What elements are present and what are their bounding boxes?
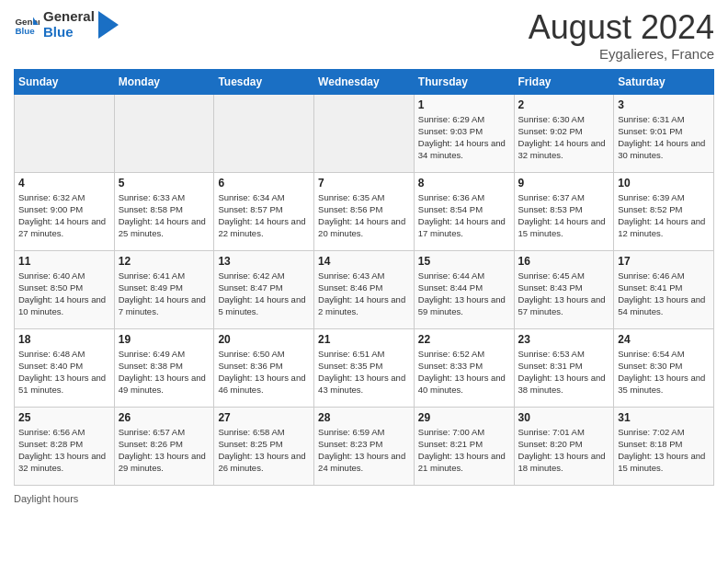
calendar-week-row: 4Sunrise: 6:32 AM Sunset: 9:00 PM Daylig… xyxy=(15,172,714,250)
calendar-cell xyxy=(15,94,115,172)
day-info: Sunrise: 6:49 AM Sunset: 8:38 PM Dayligh… xyxy=(119,348,210,396)
day-number: 16 xyxy=(518,255,610,268)
day-number: 3 xyxy=(618,98,710,111)
day-number: 17 xyxy=(618,255,710,268)
day-number: 9 xyxy=(518,177,610,190)
day-info: Sunrise: 6:39 AM Sunset: 8:52 PM Dayligh… xyxy=(618,191,710,240)
day-info: Sunrise: 6:41 AM Sunset: 8:49 PM Dayligh… xyxy=(119,270,210,318)
day-info: Sunrise: 6:45 AM Sunset: 8:43 PM Dayligh… xyxy=(518,270,610,318)
day-number: 21 xyxy=(318,333,410,346)
calendar-cell: 22Sunrise: 6:52 AM Sunset: 8:33 PM Dayli… xyxy=(414,328,514,407)
month-year-title: August 2024 xyxy=(529,9,714,46)
day-info: Sunrise: 6:58 AM Sunset: 8:25 PM Dayligh… xyxy=(218,426,310,475)
day-info: Sunrise: 6:31 AM Sunset: 9:01 PM Dayligh… xyxy=(618,113,710,162)
calendar-cell: 17Sunrise: 6:46 AM Sunset: 8:41 PM Dayli… xyxy=(614,250,714,328)
calendar-cell: 10Sunrise: 6:39 AM Sunset: 8:52 PM Dayli… xyxy=(614,172,714,250)
logo-blue: Blue xyxy=(43,25,95,40)
day-info: Sunrise: 7:01 AM Sunset: 8:20 PM Dayligh… xyxy=(518,426,610,475)
calendar-cell xyxy=(314,94,415,172)
calendar-day-header: Wednesday xyxy=(314,69,415,94)
day-number: 22 xyxy=(418,333,510,346)
calendar-cell: 27Sunrise: 6:58 AM Sunset: 8:25 PM Dayli… xyxy=(214,407,314,485)
calendar-day-header: Thursday xyxy=(414,69,514,94)
day-number: 15 xyxy=(418,255,510,268)
day-number: 13 xyxy=(218,255,310,268)
calendar-cell: 16Sunrise: 6:45 AM Sunset: 8:43 PM Dayli… xyxy=(514,250,614,328)
calendar-cell xyxy=(114,94,214,172)
day-number: 18 xyxy=(18,333,110,346)
calendar-cell: 24Sunrise: 6:54 AM Sunset: 8:30 PM Dayli… xyxy=(614,328,714,407)
page-header: General Blue General Blue August 2024 Ey… xyxy=(14,9,714,62)
calendar-cell: 25Sunrise: 6:56 AM Sunset: 8:28 PM Dayli… xyxy=(15,407,115,485)
day-info: Sunrise: 6:40 AM Sunset: 8:50 PM Dayligh… xyxy=(18,270,110,318)
day-info: Sunrise: 6:35 AM Sunset: 8:56 PM Dayligh… xyxy=(318,191,410,240)
day-info: Sunrise: 6:57 AM Sunset: 8:26 PM Dayligh… xyxy=(119,426,210,475)
day-number: 4 xyxy=(18,177,110,190)
calendar-cell: 3Sunrise: 6:31 AM Sunset: 9:01 PM Daylig… xyxy=(614,94,714,172)
calendar-cell: 11Sunrise: 6:40 AM Sunset: 8:50 PM Dayli… xyxy=(15,250,115,328)
day-info: Sunrise: 6:43 AM Sunset: 8:46 PM Dayligh… xyxy=(318,270,410,318)
calendar-cell: 1Sunrise: 6:29 AM Sunset: 9:03 PM Daylig… xyxy=(414,94,514,172)
day-number: 2 xyxy=(518,98,610,111)
svg-text:Blue: Blue xyxy=(15,25,35,35)
logo-chevron-icon xyxy=(98,11,119,39)
day-number: 10 xyxy=(618,177,710,190)
day-info: Sunrise: 6:54 AM Sunset: 8:30 PM Dayligh… xyxy=(618,348,710,396)
day-info: Sunrise: 6:59 AM Sunset: 8:23 PM Dayligh… xyxy=(318,426,410,475)
calendar-day-header: Tuesday xyxy=(214,69,314,94)
day-info: Sunrise: 6:37 AM Sunset: 8:53 PM Dayligh… xyxy=(518,191,610,240)
day-number: 7 xyxy=(318,177,410,190)
day-number: 25 xyxy=(18,411,110,424)
day-info: Sunrise: 7:00 AM Sunset: 8:21 PM Dayligh… xyxy=(418,426,510,475)
day-info: Sunrise: 6:52 AM Sunset: 8:33 PM Dayligh… xyxy=(418,348,510,396)
logo: General Blue General Blue xyxy=(14,9,119,40)
calendar-cell: 15Sunrise: 6:44 AM Sunset: 8:44 PM Dayli… xyxy=(414,250,514,328)
day-number: 14 xyxy=(318,255,410,268)
day-info: Sunrise: 6:44 AM Sunset: 8:44 PM Dayligh… xyxy=(418,270,510,318)
day-info: Sunrise: 6:33 AM Sunset: 8:58 PM Dayligh… xyxy=(119,191,210,240)
day-number: 28 xyxy=(318,411,410,424)
title-area: August 2024 Eygalieres, France xyxy=(529,9,714,62)
calendar-cell: 9Sunrise: 6:37 AM Sunset: 8:53 PM Daylig… xyxy=(514,172,614,250)
calendar-day-header: Saturday xyxy=(614,69,714,94)
day-number: 24 xyxy=(618,333,710,346)
calendar-cell: 2Sunrise: 6:30 AM Sunset: 9:02 PM Daylig… xyxy=(514,94,614,172)
calendar-cell: 6Sunrise: 6:34 AM Sunset: 8:57 PM Daylig… xyxy=(214,172,314,250)
day-number: 8 xyxy=(418,177,510,190)
calendar-cell: 19Sunrise: 6:49 AM Sunset: 8:38 PM Dayli… xyxy=(114,328,214,407)
day-number: 19 xyxy=(119,333,210,346)
day-info: Sunrise: 6:36 AM Sunset: 8:54 PM Dayligh… xyxy=(418,191,510,240)
day-number: 23 xyxy=(518,333,610,346)
day-info: Sunrise: 6:56 AM Sunset: 8:28 PM Dayligh… xyxy=(18,426,110,475)
calendar-cell: 26Sunrise: 6:57 AM Sunset: 8:26 PM Dayli… xyxy=(114,407,214,485)
day-info: Sunrise: 6:42 AM Sunset: 8:47 PM Dayligh… xyxy=(218,270,310,318)
calendar-cell xyxy=(214,94,314,172)
calendar-cell: 7Sunrise: 6:35 AM Sunset: 8:56 PM Daylig… xyxy=(314,172,415,250)
calendar-week-row: 1Sunrise: 6:29 AM Sunset: 9:03 PM Daylig… xyxy=(15,94,714,172)
calendar-cell: 8Sunrise: 6:36 AM Sunset: 8:54 PM Daylig… xyxy=(414,172,514,250)
day-number: 6 xyxy=(218,177,310,190)
day-info: Sunrise: 6:30 AM Sunset: 9:02 PM Dayligh… xyxy=(518,113,610,162)
calendar-day-header: Sunday xyxy=(15,69,115,94)
day-number: 1 xyxy=(418,98,510,111)
calendar-cell: 30Sunrise: 7:01 AM Sunset: 8:20 PM Dayli… xyxy=(514,407,614,485)
calendar-week-row: 25Sunrise: 6:56 AM Sunset: 8:28 PM Dayli… xyxy=(15,407,714,485)
calendar-cell: 20Sunrise: 6:50 AM Sunset: 8:36 PM Dayli… xyxy=(214,328,314,407)
footer: Daylight hours xyxy=(14,493,714,504)
day-number: 29 xyxy=(418,411,510,424)
day-number: 30 xyxy=(518,411,610,424)
calendar-cell: 28Sunrise: 6:59 AM Sunset: 8:23 PM Dayli… xyxy=(314,407,415,485)
calendar-cell: 21Sunrise: 6:51 AM Sunset: 8:35 PM Dayli… xyxy=(314,328,415,407)
day-info: Sunrise: 6:48 AM Sunset: 8:40 PM Dayligh… xyxy=(18,348,110,396)
day-number: 31 xyxy=(618,411,710,424)
calendar-cell: 18Sunrise: 6:48 AM Sunset: 8:40 PM Dayli… xyxy=(15,328,115,407)
day-info: Sunrise: 6:29 AM Sunset: 9:03 PM Dayligh… xyxy=(418,113,510,162)
day-info: Sunrise: 7:02 AM Sunset: 8:18 PM Dayligh… xyxy=(618,426,710,475)
day-info: Sunrise: 6:51 AM Sunset: 8:35 PM Dayligh… xyxy=(318,348,410,396)
day-info: Sunrise: 6:50 AM Sunset: 8:36 PM Dayligh… xyxy=(218,348,310,396)
calendar-cell: 31Sunrise: 7:02 AM Sunset: 8:18 PM Dayli… xyxy=(614,407,714,485)
daylight-label: Daylight hours xyxy=(14,493,78,504)
day-number: 20 xyxy=(218,333,310,346)
day-info: Sunrise: 6:34 AM Sunset: 8:57 PM Dayligh… xyxy=(218,191,310,240)
calendar-cell: 23Sunrise: 6:53 AM Sunset: 8:31 PM Dayli… xyxy=(514,328,614,407)
